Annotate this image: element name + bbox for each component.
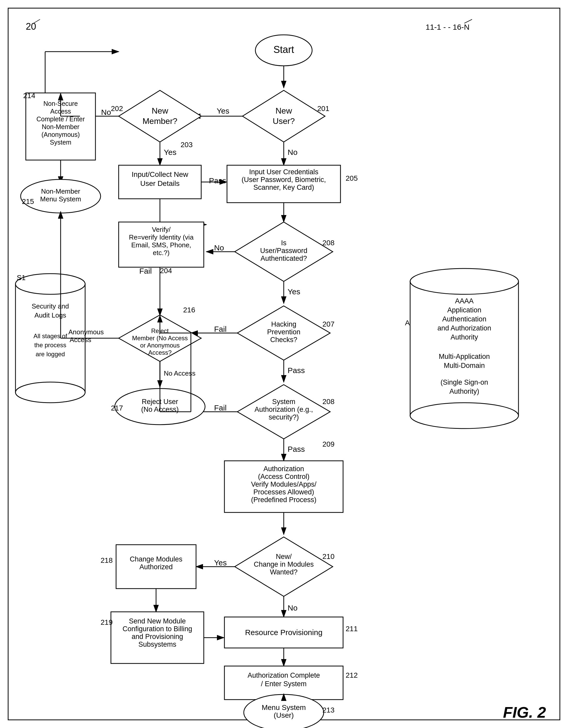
ns-t6: System [50,139,71,146]
ref-214: 214 [23,92,35,100]
menu-t1: Menu System [262,703,306,711]
ref-217: 217 [111,404,123,412]
aaaa-t5: Authority [451,333,478,341]
chmod-t2: Authorized [139,563,173,571]
acl-t5: (Predefined Process) [251,496,316,504]
sysauth-t3: security?) [269,413,299,421]
input-new-user-t2: User Details [140,179,180,187]
ref-215: 215 [22,197,34,205]
send-t2: Configuration to Billing [123,625,192,633]
ref-203: 203 [181,141,193,149]
fail-hacking: Fail [214,325,227,333]
ref-208a: 208 [322,239,334,247]
cred-t3: Scanner, Key Card) [253,184,314,191]
sec-t2: Audit Logs [35,311,66,319]
new-user-label: New [276,106,292,115]
ref-209: 209 [322,440,334,448]
auth-t1: Is [281,239,286,247]
send-t3: and Provisioning [132,633,183,640]
aaaa-t2: Application [447,306,481,314]
pass-sysauth: Pass [287,445,305,453]
ref-212: 212 [346,671,358,679]
new-member-label: New [152,106,169,115]
sec-t5: are logged [36,351,65,358]
auth-t3: Authenticated? [261,255,307,262]
new-user-label2: User? [273,116,294,126]
no-auth: No [214,243,224,252]
aaaa-t3: Authentication [442,315,486,323]
anon-label2: Access [70,336,91,344]
diamond-new-user [243,90,325,142]
cyl-top [15,274,85,294]
diamond-new-member [119,90,201,142]
ref-11-16: 11-1 - - 16-N [426,23,469,31]
acl-t3: Verify Modules/Apps/ [251,480,316,488]
ref-219: 219 [101,618,113,626]
aaaa-top [410,268,518,294]
pass-label: Pass [209,176,226,185]
flowchart-svg: 20 11-1 - - 16-N Start New User? 201 Yes… [0,0,568,728]
ref-208b: 208 [322,398,334,406]
ns-t5: (Anonymous) [42,131,80,138]
rej-t2: Member (No Access [132,335,188,342]
acl-t1: Authorization [264,465,304,473]
rej-t4: Access? [148,349,172,356]
diagram-container: 20 11-1 - - 16-N Start New User? 201 Yes… [0,0,568,728]
new-member-label2: Member? [142,116,177,126]
sec-t1: Security and [32,302,69,310]
yes-auth: Yes [287,287,300,296]
ref-205: 205 [346,174,358,182]
aaaa-t6: Multi-Application [439,353,490,360]
authcomp-t2: / Enter System [261,680,306,688]
cred-t1: Input User Credentials [249,168,318,176]
ref-210: 210 [322,552,334,560]
no-modules: No [287,604,297,612]
send-t1: Send New Module [129,617,186,625]
aaaa-t8: (Single Sign-on [440,378,488,386]
verify-t4: etc.?) [153,249,170,257]
yes-modules: Yes [214,558,227,567]
ref-s1: S1 [17,274,26,282]
mod-t3: Wanted? [270,568,297,576]
verify-t3: Email, SMS, Phone, [131,241,192,249]
mod-t2: Change in Modules [254,560,314,568]
ref-218: 218 [101,556,113,564]
cred-t2: (User Password, Biometric, [242,176,326,184]
verify-t2: Re=verify Identity (via [129,233,194,241]
cyl-bottom [15,382,85,403]
ref-201: 201 [317,105,329,113]
sysauth-t2: Authorization (e.g., [255,406,313,413]
input-new-user-t1: Input/Collect New [132,170,188,178]
sysauth-t1: System [272,398,295,406]
pass-hacking: Pass [287,366,305,375]
aaaa-bottom [410,403,518,429]
fail-verify: Fail [139,267,152,275]
ref-211: 211 [346,625,358,633]
verify-t1: Verify/ [152,226,171,233]
nm-menu-t2: Menu System [40,195,81,203]
hack-t1: Hacking [271,320,296,328]
acl-t2: (Access Control) [258,473,309,480]
resource-t1: Resource Provisioning [245,628,322,637]
ref-202: 202 [111,105,123,113]
ref-207: 207 [322,320,334,328]
ref-216: 216 [183,306,195,314]
ref-213: 213 [322,706,334,714]
nm-menu-t1: Non-Member [41,187,80,195]
mod-t1: New/ [276,553,292,560]
no-nm: No [101,108,111,116]
aaaa-t9: Authority) [449,387,479,395]
fail-sysauth: Fail [214,403,227,412]
authcomp-t1: Authorization Complete [248,671,320,679]
aaaa-t4: and Authorization [437,324,491,332]
hack-t2: Prevention [267,328,300,336]
anon-label: Anonymous [68,328,104,336]
acl-t4: Processes Allowed) [253,488,314,496]
hack-t3: Checks? [270,336,297,344]
chmod-t1: Change Modules [130,555,182,563]
menu-t2: (User) [274,711,294,719]
sec-t4: the process [34,342,66,349]
aaaa-t7: Multi-Domain [444,362,485,369]
ref-204: 204 [160,267,172,275]
aaaa-t1: AAAA [455,297,474,305]
